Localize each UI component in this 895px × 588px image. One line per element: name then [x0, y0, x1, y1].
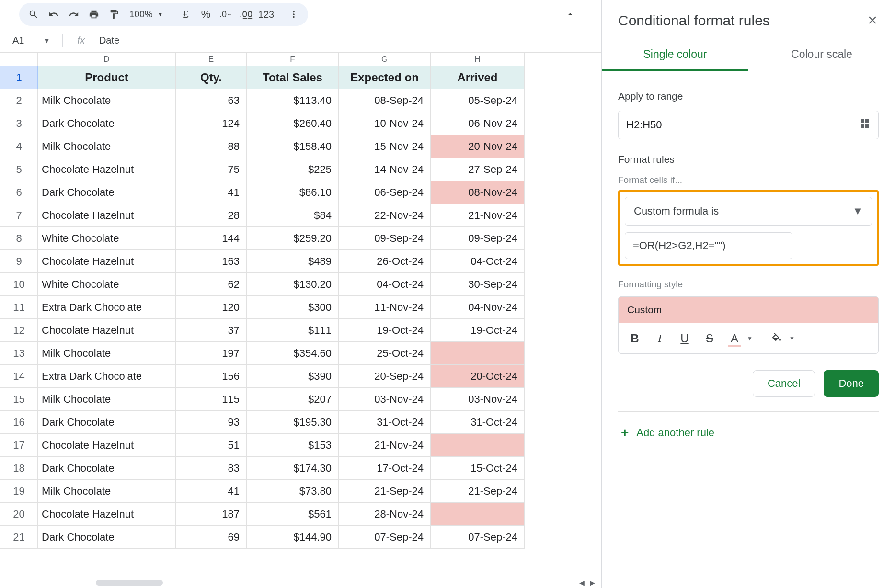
chevron-down-icon[interactable]: ▼ [747, 335, 753, 342]
cell[interactable]: Extra Dark Chocolate [38, 296, 176, 319]
cell[interactable]: 88 [176, 135, 247, 158]
row-header[interactable]: 5 [0, 158, 38, 181]
chevron-down-icon[interactable]: ▼ [789, 335, 795, 342]
cell[interactable]: 75 [176, 158, 247, 181]
cell[interactable]: 06-Nov-24 [431, 112, 525, 135]
cell[interactable]: Milk Chocolate [38, 342, 176, 365]
cell[interactable]: 05-Sep-24 [431, 89, 525, 112]
cell[interactable]: $561 [247, 503, 339, 526]
more-icon[interactable] [284, 5, 303, 24]
col-header[interactable]: G [339, 53, 431, 66]
cell[interactable]: $195.30 [247, 411, 339, 434]
header-cell[interactable]: Total Sales [247, 66, 339, 89]
bold-button[interactable]: B [624, 328, 645, 349]
cell[interactable]: Dark Chocolate [38, 457, 176, 480]
header-cell[interactable]: Qty. [176, 66, 247, 89]
cell[interactable]: 25-Oct-24 [339, 342, 431, 365]
cell[interactable]: 17-Oct-24 [339, 457, 431, 480]
cell[interactable]: $390 [247, 365, 339, 388]
underline-button[interactable]: U [674, 328, 695, 349]
cell[interactable]: 41 [176, 181, 247, 204]
add-another-rule-button[interactable]: + Add another rule [618, 412, 879, 454]
cell[interactable]: 30-Sep-24 [431, 273, 525, 296]
fill-color-button[interactable] [766, 328, 787, 349]
cell[interactable]: 51 [176, 434, 247, 457]
cell[interactable]: 19-Oct-24 [431, 319, 525, 342]
name-box[interactable]: A1 ▼ [10, 35, 53, 46]
close-icon[interactable] [866, 14, 879, 28]
row-header[interactable]: 1 [0, 66, 38, 89]
cell[interactable]: 28-Nov-24 [339, 503, 431, 526]
row-header[interactable]: 8 [0, 227, 38, 250]
cell[interactable]: $144.90 [247, 526, 339, 549]
style-preview[interactable]: Custom [618, 296, 879, 323]
cell[interactable]: 22-Nov-24 [339, 204, 431, 227]
row-header[interactable]: 16 [0, 411, 38, 434]
collapse-toolbar-icon[interactable] [558, 9, 582, 20]
cell[interactable]: Milk Chocolate [38, 388, 176, 411]
cell[interactable]: 37 [176, 319, 247, 342]
cell[interactable]: 19-Oct-24 [339, 319, 431, 342]
row-header[interactable]: 21 [0, 526, 38, 549]
row-header[interactable]: 13 [0, 342, 38, 365]
cell[interactable]: $259.20 [247, 227, 339, 250]
select-range-icon[interactable] [859, 118, 871, 132]
cell[interactable]: 20-Sep-24 [339, 365, 431, 388]
cell[interactable]: 83 [176, 457, 247, 480]
zoom-select[interactable]: 100%▼ [125, 9, 168, 20]
cell[interactable]: 06-Sep-24 [339, 181, 431, 204]
cell[interactable]: Chocolate Hazelnut [38, 250, 176, 273]
cell[interactable]: 11-Nov-24 [339, 296, 431, 319]
cell[interactable]: 03-Nov-24 [339, 388, 431, 411]
percent-button[interactable]: % [196, 5, 216, 24]
row-header[interactable]: 10 [0, 273, 38, 296]
cell[interactable]: 62 [176, 273, 247, 296]
cell[interactable]: Chocolate Hazelnut [38, 319, 176, 342]
cell[interactable]: Dark Chocolate [38, 181, 176, 204]
cell[interactable]: 21-Sep-24 [339, 480, 431, 503]
tab-single-colour[interactable]: Single colour [602, 42, 748, 71]
tab-colour-scale[interactable]: Colour scale [748, 42, 895, 71]
header-cell[interactable]: Product [38, 66, 176, 89]
cell[interactable]: 31-Oct-24 [339, 411, 431, 434]
cell[interactable]: 26-Oct-24 [339, 250, 431, 273]
spreadsheet-grid[interactable]: D E F G H 1ProductQty.Total SalesExpecte… [0, 53, 525, 549]
cell[interactable]: 93 [176, 411, 247, 434]
cell[interactable]: Dark Chocolate [38, 112, 176, 135]
print-icon[interactable] [84, 5, 103, 24]
col-header[interactable]: D [38, 53, 176, 66]
cell[interactable]: 15-Nov-24 [339, 135, 431, 158]
cell[interactable]: $113.40 [247, 89, 339, 112]
cell[interactable]: $489 [247, 250, 339, 273]
cell[interactable]: 197 [176, 342, 247, 365]
row-header[interactable]: 19 [0, 480, 38, 503]
cell[interactable]: 08-Nov-24 [431, 181, 525, 204]
cell[interactable]: 21-Sep-24 [431, 480, 525, 503]
row-header[interactable]: 3 [0, 112, 38, 135]
cell[interactable]: Milk Chocolate [38, 89, 176, 112]
row-header[interactable]: 7 [0, 204, 38, 227]
select-all-corner[interactable] [0, 53, 38, 66]
cell[interactable]: 41 [176, 480, 247, 503]
row-header[interactable]: 15 [0, 388, 38, 411]
row-header[interactable]: 2 [0, 89, 38, 112]
cell[interactable]: 120 [176, 296, 247, 319]
row-header[interactable]: 6 [0, 181, 38, 204]
paint-format-icon[interactable] [104, 5, 124, 24]
col-header[interactable]: H [431, 53, 525, 66]
currency-button[interactable]: £ [176, 5, 195, 24]
cell[interactable]: 115 [176, 388, 247, 411]
cell[interactable]: $225 [247, 158, 339, 181]
cell[interactable]: 21-Nov-24 [431, 204, 525, 227]
cell[interactable]: $84 [247, 204, 339, 227]
more-formats-button[interactable]: 123 [257, 5, 276, 24]
cell[interactable] [431, 342, 525, 365]
cell[interactable]: White Chocolate [38, 273, 176, 296]
text-color-button[interactable]: A [724, 328, 745, 349]
cell[interactable]: $260.40 [247, 112, 339, 135]
scroll-left-icon[interactable]: ◀ [577, 578, 586, 587]
cell[interactable]: 163 [176, 250, 247, 273]
redo-icon[interactable] [64, 5, 83, 24]
cancel-button[interactable]: Cancel [753, 370, 815, 397]
cell[interactable]: 124 [176, 112, 247, 135]
